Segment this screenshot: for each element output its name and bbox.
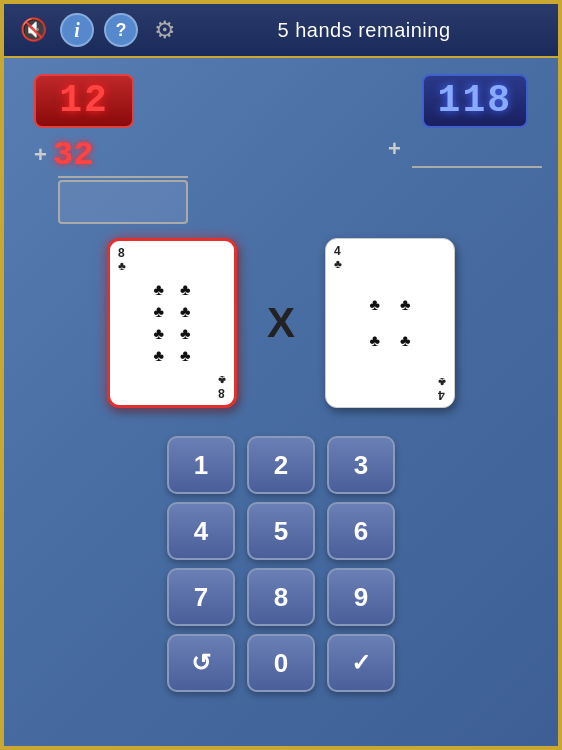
key-7[interactable]: 7	[167, 568, 235, 626]
right-total-block: +	[368, 136, 528, 224]
left-card-pips: ♣ ♣ ♣ ♣ ♣ ♣ ♣ ♣	[153, 281, 190, 365]
left-running-value: 32	[53, 136, 94, 174]
key-enter[interactable]: ✓	[327, 634, 395, 692]
left-card-bottom-corner: 8♣	[218, 373, 226, 399]
right-plus-row: +	[388, 136, 407, 162]
right-card-pips: ♣ ♣ ♣ ♣	[370, 296, 411, 350]
app-container: 🔇 i ? ⚙ 5 hands remaining 12 118	[0, 0, 562, 750]
right-plus-sign: +	[388, 136, 401, 162]
left-card-top-corner: 8♣	[118, 247, 126, 273]
left-plus-sign: +	[34, 142, 47, 168]
info-button[interactable]: i	[60, 13, 94, 47]
right-score-value: 118	[438, 79, 512, 122]
pip: ♣	[153, 325, 164, 343]
key-0[interactable]: 0	[247, 634, 315, 692]
keypad-row-3: 7 8 9	[167, 568, 395, 626]
score-row: 12 118	[24, 74, 538, 128]
question-icon: ?	[116, 20, 127, 41]
key-6[interactable]: 6	[327, 502, 395, 560]
totals-row: + 32 +	[24, 136, 538, 224]
key-1[interactable]: 1	[167, 436, 235, 494]
pip: ♣	[153, 281, 164, 299]
top-icons: 🔇 i ? ⚙	[16, 13, 182, 47]
left-score-value: 12	[59, 79, 109, 122]
game-area: 12 118 + 32 +	[4, 58, 558, 708]
pip: ♣	[180, 325, 191, 343]
keypad-row-4: ↺ 0 ✓	[167, 634, 395, 692]
key-4[interactable]: 4	[167, 502, 235, 560]
pip: ♣	[180, 281, 191, 299]
key-9[interactable]: 9	[327, 568, 395, 626]
key-8[interactable]: 8	[247, 568, 315, 626]
left-score-display: 12	[34, 74, 134, 128]
key-3[interactable]: 3	[327, 436, 395, 494]
pip: ♣	[153, 303, 164, 321]
pip: ♣	[370, 296, 381, 314]
gear-icon: ⚙	[154, 16, 176, 44]
hands-remaining-label: 5 hands remaining	[182, 19, 546, 42]
left-card: 8♣ ♣ ♣ ♣ ♣ ♣ ♣ ♣ ♣ 8♣	[107, 238, 237, 408]
help-button[interactable]: ?	[104, 13, 138, 47]
right-card: 4♣ ♣ ♣ ♣ ♣ 4♣	[325, 238, 455, 408]
pip: ♣	[400, 332, 411, 350]
multiply-operator: X	[267, 299, 295, 347]
settings-button[interactable]: ⚙	[148, 13, 182, 47]
key-backspace[interactable]: ↺	[167, 634, 235, 692]
right-score-display: 118	[422, 74, 528, 128]
key-2[interactable]: 2	[247, 436, 315, 494]
right-card-top-corner: 4♣	[334, 245, 342, 271]
info-icon: i	[74, 19, 80, 42]
right-card-bottom-corner: 4♣	[438, 375, 446, 401]
pip: ♣	[180, 347, 191, 365]
keypad-row-1: 1 2 3	[167, 436, 395, 494]
pip: ♣	[153, 347, 164, 365]
keypad-row-2: 4 5 6	[167, 502, 395, 560]
top-bar: 🔇 i ? ⚙ 5 hands remaining	[4, 4, 558, 58]
speaker-button[interactable]: 🔇	[16, 13, 50, 47]
left-plus-row: + 32	[34, 136, 194, 174]
left-answer-box	[58, 180, 188, 224]
right-divider	[412, 166, 542, 168]
key-5[interactable]: 5	[247, 502, 315, 560]
left-total-block: + 32	[34, 136, 194, 224]
cards-area: 8♣ ♣ ♣ ♣ ♣ ♣ ♣ ♣ ♣ 8♣ X 4♣ ♣	[24, 238, 538, 408]
pip: ♣	[180, 303, 191, 321]
left-divider	[58, 176, 188, 178]
pip: ♣	[370, 332, 381, 350]
pip: ♣	[400, 296, 411, 314]
keypad: 1 2 3 4 5 6 7 8 9 ↺ 0 ✓	[24, 436, 538, 692]
speaker-icon: 🔇	[20, 17, 47, 43]
